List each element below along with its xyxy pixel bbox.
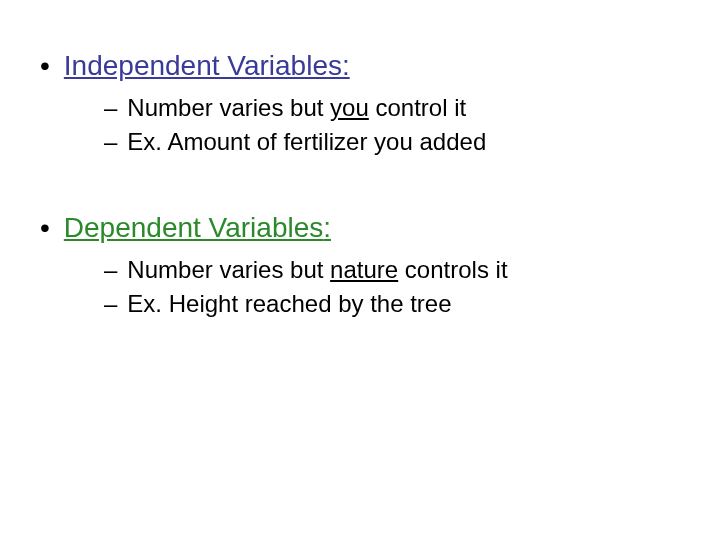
heading-dependent: Dependent Variables: (64, 210, 331, 246)
bullet-dependent: • Dependent Variables: (40, 210, 680, 246)
text-underlined: nature (330, 256, 398, 283)
sub-item: – Number varies but you control it (104, 92, 680, 124)
sub-item: – Ex. Amount of fertilizer you added (104, 126, 680, 158)
sub-item-text: Number varies but nature controls it (127, 254, 507, 286)
heading-independent: Independent Variables: (64, 48, 350, 84)
sub-item-text: Ex. Amount of fertilizer you added (127, 126, 486, 158)
heading-text: Dependent Variables (64, 212, 323, 243)
sublist-dependent: – Number varies but nature controls it –… (104, 254, 680, 320)
dash-icon: – (104, 288, 117, 320)
dash-icon: – (104, 126, 117, 158)
sublist-independent: – Number varies but you control it – Ex.… (104, 92, 680, 158)
dash-icon: – (104, 92, 117, 124)
text-fragment: controls it (398, 256, 507, 283)
dash-icon: – (104, 254, 117, 286)
bullet-independent: • Independent Variables: (40, 48, 680, 84)
bullet-dot: • (40, 48, 50, 84)
sub-item-text: Ex. Height reached by the tree (127, 288, 451, 320)
heading-colon: : (342, 50, 350, 81)
slide: • Independent Variables: – Number varies… (0, 0, 720, 540)
heading-colon: : (323, 212, 331, 243)
text-underlined: you (330, 94, 369, 121)
bullet-dot: • (40, 210, 50, 246)
text-fragment: Number varies but (127, 256, 330, 283)
text-fragment: Number varies but (127, 94, 330, 121)
sub-item: – Number varies but nature controls it (104, 254, 680, 286)
text-fragment: control it (369, 94, 466, 121)
sub-item: – Ex. Height reached by the tree (104, 288, 680, 320)
sub-item-text: Number varies but you control it (127, 92, 466, 124)
heading-text: Independent Variables (64, 50, 342, 81)
